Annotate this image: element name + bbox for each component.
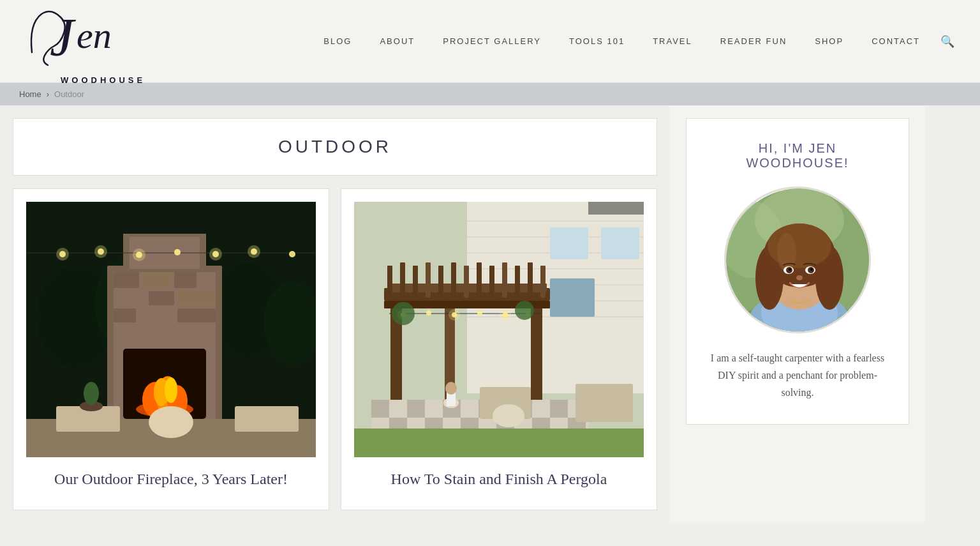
svg-rect-66 [413,266,418,298]
svg-rect-56 [550,227,588,259]
svg-rect-73 [502,262,507,298]
page-title: OUTDOOR [39,137,631,157]
nav-contact[interactable]: CONTACT [858,36,934,46]
svg-rect-64 [387,266,392,298]
svg-rect-72 [489,266,494,298]
logo-brand-text: WOODHOUSE [61,75,145,85]
svg-point-40 [94,245,107,258]
svg-point-128 [789,268,791,271]
svg-point-39 [56,248,69,261]
svg-point-105 [392,302,415,325]
main-layout: OUTDOOR [0,105,980,523]
nav-blog[interactable]: BLOG [309,36,366,46]
svg-point-86 [449,309,460,321]
svg-rect-89 [371,400,389,418]
svg-point-30 [149,406,193,438]
svg-rect-57 [601,227,639,259]
page-title-box: OUTDOOR [13,118,657,176]
svg-rect-90 [407,400,425,418]
svg-point-35 [174,249,181,255]
svg-rect-11 [174,272,197,288]
svg-point-26 [165,377,177,403]
logo-script-text: J en [26,0,153,74]
post-image-2[interactable] [354,202,644,457]
svg-rect-13 [149,291,174,305]
svg-rect-69 [451,262,456,298]
site-header: J en WOODHOUSE BLOG ABOUT PROJECT GALLER… [0,0,980,83]
svg-rect-74 [515,266,520,298]
post-title-2[interactable]: How To Stain and Finish A Pergola [391,469,607,490]
svg-rect-16 [139,308,174,322]
svg-point-130 [796,275,803,280]
breadcrumb: Home › Outdoor [0,83,980,105]
svg-point-129 [810,268,813,271]
svg-point-87 [500,309,511,321]
post-card-2: How To Stain and Finish A Pergola [341,188,657,510]
svg-rect-58 [550,278,595,317]
svg-rect-75 [528,262,533,298]
svg-rect-70 [464,266,469,298]
svg-rect-55 [588,202,644,215]
breadcrumb-current: Outdoor [54,89,84,99]
svg-text:J: J [50,7,77,67]
svg-point-104 [493,404,524,427]
nav-travel[interactable]: TRAVEL [639,36,706,46]
avatar [724,186,871,333]
svg-rect-94 [550,400,568,418]
svg-rect-17 [177,308,216,322]
svg-point-41 [133,248,145,261]
breadcrumb-separator: › [47,89,49,99]
svg-point-45 [84,382,99,405]
svg-point-38 [289,251,295,257]
content-area: OUTDOOR [0,105,670,523]
svg-rect-9 [114,272,139,288]
breadcrumb-home[interactable]: Home [19,89,41,99]
svg-point-106 [515,301,534,320]
svg-text:en: en [77,15,112,56]
svg-rect-101 [354,428,644,457]
nav-reader-fun[interactable]: READER FUN [706,36,801,46]
main-nav: BLOG ABOUT PROJECT GALLERY TOOLS 101 TRA… [309,34,954,49]
post-card-1: Our Outdoor Fireplace, 3 Years Later! [13,188,329,510]
svg-rect-29 [235,406,299,432]
search-icon[interactable]: 🔍 [940,34,954,49]
svg-rect-71 [477,262,482,298]
svg-rect-15 [114,308,136,322]
svg-point-122 [768,224,831,268]
svg-point-109 [445,382,457,395]
post-grid: Our Outdoor Fireplace, 3 Years Later! [13,188,657,510]
nav-project-gallery[interactable]: PROJECT GALLERY [429,36,555,46]
nav-tools101[interactable]: TOOLS 101 [555,36,639,46]
post-title-1[interactable]: Our Outdoor Fireplace, 3 Years Later! [54,469,288,490]
svg-point-123 [777,233,796,271]
post-image-1[interactable] [26,202,316,457]
nav-about[interactable]: ABOUT [366,36,429,46]
svg-rect-67 [426,262,431,298]
sidebar-heading: HI, I'M JEN WOODHOUSE! [706,141,889,171]
svg-point-43 [248,245,260,258]
svg-point-82 [477,310,482,315]
svg-point-42 [209,248,222,261]
svg-rect-65 [400,262,405,298]
svg-rect-76 [540,266,546,298]
svg-point-80 [426,310,431,315]
sidebar-bio: I am a self-taught carpenter with a fear… [706,349,889,402]
svg-rect-103 [575,384,633,422]
nav-shop[interactable]: SHOP [801,36,858,46]
sidebar-intro-box: HI, I'M JEN WOODHOUSE! [686,118,909,425]
svg-rect-68 [438,266,443,298]
svg-rect-10 [142,272,171,288]
site-logo[interactable]: J en WOODHOUSE [26,3,153,80]
sidebar: HI, I'M JEN WOODHOUSE! [670,105,925,523]
svg-rect-14 [177,291,216,305]
svg-rect-12 [114,291,145,305]
